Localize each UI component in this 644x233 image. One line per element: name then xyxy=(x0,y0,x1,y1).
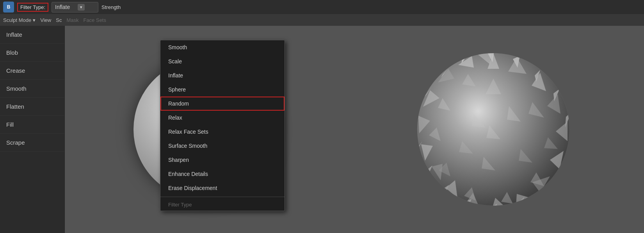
rough-sphere-container xyxy=(411,47,575,211)
sidebar-item-flatten[interactable]: Flatten xyxy=(0,98,64,116)
header-bar: B Filter Type: Inflate ▾ Strength xyxy=(0,0,644,14)
filter-type-value: Inflate xyxy=(55,4,70,10)
dropdown-item-random[interactable]: Random xyxy=(160,97,285,111)
mode-selector[interactable]: Sculpt Mode ▾ xyxy=(3,17,36,23)
sidebar-item-smooth[interactable]: Smooth xyxy=(0,80,64,98)
dropdown-footer: Filter Type xyxy=(160,199,285,211)
strength-label: Strength xyxy=(101,4,121,10)
face-sets-label: Face Sets xyxy=(83,17,106,23)
sidebar-item-crease[interactable]: Crease xyxy=(0,62,64,80)
filter-type-dropdown-menu: Smooth Scale Inflate Sphere Random Relax… xyxy=(160,40,285,211)
dropdown-item-erase-displacement[interactable]: Erase Displacement xyxy=(160,181,285,195)
dropdown-item-surface-smooth[interactable]: Surface Smooth xyxy=(160,139,285,153)
dropdown-item-relax[interactable]: Relax xyxy=(160,111,285,125)
dropdown-separator xyxy=(160,197,285,197)
view-menu[interactable]: View xyxy=(40,17,51,23)
sidebar-item-inflate[interactable]: Inflate xyxy=(0,26,64,44)
dropdown-item-smooth[interactable]: Smooth xyxy=(160,40,285,54)
main-content: Inflate Blob Crease Smooth Flatten Fill … xyxy=(0,26,644,233)
dropdown-item-relax-face-sets[interactable]: Relax Face Sets xyxy=(160,125,285,139)
dropdown-item-enhance-details[interactable]: Enhance Details xyxy=(160,167,285,181)
svg-marker-41 xyxy=(568,138,575,152)
mode-bar: Sculpt Mode ▾ View Sc Mask Face Sets xyxy=(0,14,644,26)
sidebar-item-scrape[interactable]: Scrape xyxy=(0,134,64,152)
mask-label: Mask xyxy=(66,17,78,23)
sidebar-item-blob[interactable]: Blob xyxy=(0,44,64,62)
filter-type-label-box: Filter Type: xyxy=(17,3,48,12)
dropdown-item-sphere[interactable]: Sphere xyxy=(160,82,285,97)
filter-type-label: Filter Type: xyxy=(20,4,45,10)
svg-point-1 xyxy=(417,53,569,206)
dropdown-item-sharpen[interactable]: Sharpen xyxy=(160,153,285,167)
sidebar: Inflate Blob Crease Smooth Flatten Fill … xyxy=(0,26,65,233)
dropdown-arrow-icon[interactable]: ▾ xyxy=(78,4,85,11)
dropdown-item-inflate[interactable]: Inflate xyxy=(160,68,285,82)
viewport: Smooth Scale Inflate Sphere Random Relax… xyxy=(65,26,644,233)
mode-label: Sculpt Mode xyxy=(3,17,31,23)
sc-menu[interactable]: Sc xyxy=(56,17,62,23)
filter-type-dropdown[interactable]: Inflate ▾ xyxy=(52,2,98,13)
app-logo: B xyxy=(3,2,14,13)
sidebar-item-fill[interactable]: Fill xyxy=(0,116,64,134)
rough-sphere-svg xyxy=(411,47,575,211)
dropdown-item-scale[interactable]: Scale xyxy=(160,54,285,68)
mode-arrow-icon: ▾ xyxy=(33,17,36,23)
